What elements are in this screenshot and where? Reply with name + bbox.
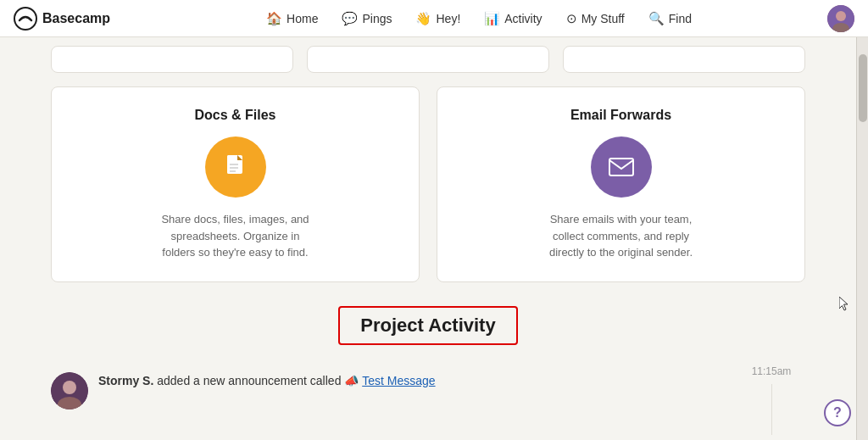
pings-icon: 💬 [342,11,358,26]
home-icon: 🏠 [266,11,282,26]
avatar-image [51,372,88,409]
activity-layout: Stormy S. added a new announcement calle… [51,365,805,435]
activity-time: 11:15am [752,365,792,377]
docs-files-title: Docs & Files [194,108,275,123]
logo-text: Basecamp [42,11,110,26]
nav-home[interactable]: 🏠 Home [256,6,328,31]
nav-items: 🏠 Home 💬 Pings 👋 Hey! 📊 Activity ⊙ My St… [131,6,827,31]
activity-icon: 📊 [484,11,500,26]
find-icon: 🔍 [648,11,665,26]
logo[interactable]: Basecamp [14,7,110,31]
activity-item: Stormy S. added a new announcement calle… [51,365,737,416]
email-forwards-icon-circle [591,136,652,198]
help-button[interactable]: ? [824,399,851,426]
nav-mystuff-label: My Stuff [581,12,625,25]
user-avatar[interactable] [827,5,854,32]
svg-rect-9 [609,159,633,175]
nav-find-label: Find [669,12,692,25]
megaphone-emoji: 📣 [344,374,359,387]
docs-files-icon-circle [205,136,266,198]
help-label: ? [833,405,842,421]
welcome-section: Welcome to IMW Content -- CMS Silver! [51,435,805,441]
nav-home-label: Home [287,12,318,25]
email-forwards-desc: Share emails with your team, collect com… [545,211,698,261]
activity-text: Stormy S. added a new announcement calle… [98,372,436,390]
main-wrapper: Docs & Files Share docs, files, images, … [0,37,868,440]
email-forwards-card: Email Forwards Share emails with your te… [437,86,805,282]
partial-cards-row [51,37,805,73]
activity-action: added a new announcement called [157,374,344,387]
nav-activity[interactable]: 📊 Activity [474,6,552,31]
activity-user-avatar [51,372,88,409]
activity-left-col: Stormy S. added a new announcement calle… [51,365,737,435]
document-icon [220,152,251,182]
time-column: 11:15am [737,365,805,435]
activity-user-name: Stormy S. [98,374,153,387]
project-activity-title: Project Activity [338,306,517,345]
feature-cards-row: Docs & Files Share docs, files, images, … [51,86,805,282]
scrollbar-track[interactable] [856,37,868,440]
email-icon [606,152,637,182]
nav-activity-label: Activity [504,12,542,25]
nav-hey[interactable]: 👋 Hey! [405,6,470,31]
nav-mystuff[interactable]: ⊙ My Stuff [556,6,635,31]
nav-pings-label: Pings [362,12,392,25]
scrollbar-thumb[interactable] [859,54,867,122]
hey-icon: 👋 [415,11,431,26]
svg-point-0 [14,8,36,30]
project-activity-header: Project Activity [51,306,805,345]
mystuff-icon: ⊙ [566,11,577,26]
content-area: Docs & Files Share docs, files, images, … [0,37,856,440]
nav-pings[interactable]: 💬 Pings [331,6,402,31]
top-navigation: Basecamp 🏠 Home 💬 Pings 👋 Hey! 📊 Activit… [0,0,868,37]
svg-point-11 [63,381,76,394]
basecamp-logo-icon [14,7,37,31]
activity-link[interactable]: Test Message [362,374,435,387]
nav-hey-label: Hey! [436,12,460,25]
partial-card-3 [563,46,805,73]
nav-find[interactable]: 🔍 Find [638,6,702,31]
svg-point-2 [836,11,846,21]
time-divider-line [771,384,772,435]
partial-card-1 [51,46,293,73]
partial-card-2 [307,46,549,73]
email-forwards-title: Email Forwards [570,108,671,123]
docs-files-card: Docs & Files Share docs, files, images, … [51,86,420,282]
docs-files-desc: Share docs, files, images, and spreadshe… [159,211,312,261]
